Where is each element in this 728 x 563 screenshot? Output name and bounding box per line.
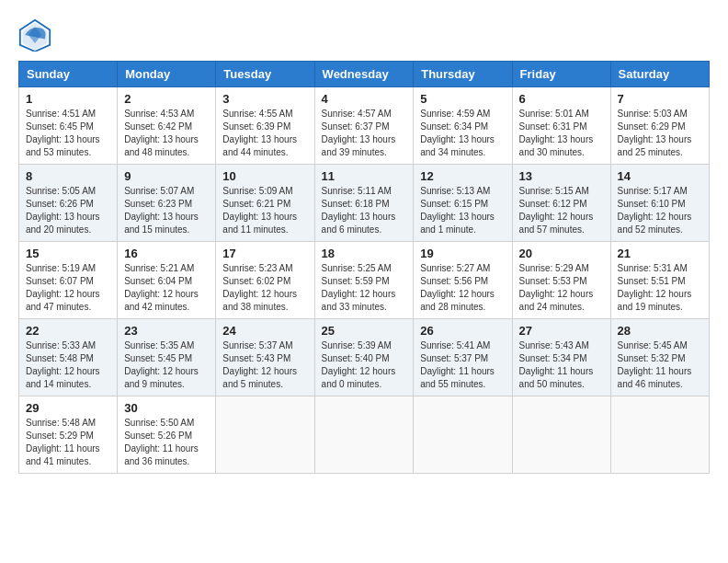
day-number: 22 <box>26 324 110 338</box>
day-number: 25 <box>322 324 407 338</box>
calendar-cell: 19Sunrise: 5:27 AMSunset: 5:56 PMDayligh… <box>414 242 512 319</box>
day-info: Sunrise: 5:21 AMSunset: 6:04 PMDaylight:… <box>124 263 199 312</box>
day-number: 20 <box>519 247 604 260</box>
calendar-cell: 23Sunrise: 5:35 AMSunset: 5:45 PMDayligh… <box>118 319 216 396</box>
day-number: 9 <box>124 169 209 183</box>
day-number: 19 <box>420 247 505 260</box>
day-info: Sunrise: 5:03 AMSunset: 6:29 PMDaylight:… <box>618 109 692 157</box>
weekday-header-row: SundayMondayTuesdayWednesdayThursdayFrid… <box>19 62 710 87</box>
day-number: 4 <box>322 92 407 106</box>
logo-icon <box>18 18 51 52</box>
day-number: 10 <box>222 169 307 183</box>
day-info: Sunrise: 5:13 AMSunset: 6:15 PMDaylight:… <box>420 186 495 235</box>
day-number: 17 <box>222 247 307 260</box>
day-number: 30 <box>124 401 209 415</box>
day-info: Sunrise: 5:15 AMSunset: 6:12 PMDaylight:… <box>519 186 594 235</box>
day-number: 3 <box>222 92 307 106</box>
day-info: Sunrise: 5:37 AMSunset: 5:43 PMDaylight:… <box>222 340 297 389</box>
calendar-week-row: 1Sunrise: 4:51 AMSunset: 6:45 PMDaylight… <box>19 87 710 165</box>
calendar-cell <box>314 396 414 474</box>
calendar-cell: 30Sunrise: 5:50 AMSunset: 5:26 PMDayligh… <box>118 396 216 474</box>
calendar-cell: 8Sunrise: 5:05 AMSunset: 6:26 PMDaylight… <box>19 165 118 242</box>
calendar-cell: 29Sunrise: 5:48 AMSunset: 5:29 PMDayligh… <box>19 396 118 474</box>
calendar-cell: 24Sunrise: 5:37 AMSunset: 5:43 PMDayligh… <box>216 319 314 396</box>
calendar-cell: 12Sunrise: 5:13 AMSunset: 6:15 PMDayligh… <box>414 165 512 242</box>
calendar-week-row: 15Sunrise: 5:19 AMSunset: 6:07 PMDayligh… <box>19 242 710 319</box>
day-number: 24 <box>222 324 307 338</box>
weekday-header: Wednesday <box>314 62 414 87</box>
calendar-week-row: 8Sunrise: 5:05 AMSunset: 6:26 PMDaylight… <box>19 165 710 242</box>
day-number: 6 <box>519 92 604 106</box>
day-number: 14 <box>618 169 702 183</box>
calendar-cell: 22Sunrise: 5:33 AMSunset: 5:48 PMDayligh… <box>19 319 118 396</box>
day-number: 29 <box>26 401 110 415</box>
calendar-cell: 16Sunrise: 5:21 AMSunset: 6:04 PMDayligh… <box>118 242 216 319</box>
page-header <box>18 18 710 52</box>
calendar-cell: 21Sunrise: 5:31 AMSunset: 5:51 PMDayligh… <box>610 242 709 319</box>
day-info: Sunrise: 5:11 AMSunset: 6:18 PMDaylight:… <box>322 186 396 235</box>
day-number: 13 <box>519 169 604 183</box>
weekday-header: Sunday <box>19 62 118 87</box>
day-info: Sunrise: 5:25 AMSunset: 5:59 PMDaylight:… <box>322 263 396 312</box>
day-number: 23 <box>124 324 209 338</box>
calendar-cell: 17Sunrise: 5:23 AMSunset: 6:02 PMDayligh… <box>216 242 314 319</box>
calendar-cell: 14Sunrise: 5:17 AMSunset: 6:10 PMDayligh… <box>610 165 709 242</box>
calendar-cell: 13Sunrise: 5:15 AMSunset: 6:12 PMDayligh… <box>512 165 610 242</box>
day-info: Sunrise: 4:51 AMSunset: 6:45 PMDaylight:… <box>26 109 100 157</box>
day-info: Sunrise: 4:55 AMSunset: 6:39 PMDaylight:… <box>222 109 297 157</box>
calendar-cell: 27Sunrise: 5:43 AMSunset: 5:34 PMDayligh… <box>512 319 610 396</box>
weekday-header: Saturday <box>610 62 709 87</box>
calendar-cell: 10Sunrise: 5:09 AMSunset: 6:21 PMDayligh… <box>216 165 314 242</box>
day-number: 11 <box>322 169 407 183</box>
calendar-cell: 4Sunrise: 4:57 AMSunset: 6:37 PMDaylight… <box>314 87 414 165</box>
day-number: 1 <box>26 92 110 106</box>
day-info: Sunrise: 5:07 AMSunset: 6:23 PMDaylight:… <box>124 186 199 235</box>
day-number: 15 <box>26 247 110 260</box>
day-info: Sunrise: 5:09 AMSunset: 6:21 PMDaylight:… <box>222 186 297 235</box>
calendar-cell: 11Sunrise: 5:11 AMSunset: 6:18 PMDayligh… <box>314 165 414 242</box>
calendar-cell: 6Sunrise: 5:01 AMSunset: 6:31 PMDaylight… <box>512 87 610 165</box>
calendar-week-row: 29Sunrise: 5:48 AMSunset: 5:29 PMDayligh… <box>19 396 710 474</box>
calendar-cell: 28Sunrise: 5:45 AMSunset: 5:32 PMDayligh… <box>610 319 709 396</box>
weekday-header: Thursday <box>414 62 512 87</box>
day-number: 2 <box>124 92 209 106</box>
day-info: Sunrise: 5:27 AMSunset: 5:56 PMDaylight:… <box>420 263 495 312</box>
day-info: Sunrise: 5:41 AMSunset: 5:37 PMDaylight:… <box>420 340 495 389</box>
day-info: Sunrise: 5:31 AMSunset: 5:51 PMDaylight:… <box>618 263 692 312</box>
calendar-cell: 26Sunrise: 5:41 AMSunset: 5:37 PMDayligh… <box>414 319 512 396</box>
day-info: Sunrise: 5:39 AMSunset: 5:40 PMDaylight:… <box>322 340 396 389</box>
day-info: Sunrise: 5:33 AMSunset: 5:48 PMDaylight:… <box>26 340 100 389</box>
day-number: 7 <box>618 92 702 106</box>
calendar-cell <box>610 396 709 474</box>
calendar-cell: 9Sunrise: 5:07 AMSunset: 6:23 PMDaylight… <box>118 165 216 242</box>
calendar-cell <box>216 396 314 474</box>
day-info: Sunrise: 5:43 AMSunset: 5:34 PMDaylight:… <box>519 340 594 389</box>
day-number: 28 <box>618 324 702 338</box>
weekday-header: Monday <box>118 62 216 87</box>
day-info: Sunrise: 5:05 AMSunset: 6:26 PMDaylight:… <box>26 186 100 235</box>
day-info: Sunrise: 5:50 AMSunset: 5:26 PMDaylight:… <box>124 418 199 466</box>
day-number: 26 <box>420 324 505 338</box>
day-info: Sunrise: 4:57 AMSunset: 6:37 PMDaylight:… <box>322 109 396 157</box>
calendar-cell: 2Sunrise: 4:53 AMSunset: 6:42 PMDaylight… <box>118 87 216 165</box>
day-info: Sunrise: 5:48 AMSunset: 5:29 PMDaylight:… <box>26 418 100 466</box>
calendar-cell: 18Sunrise: 5:25 AMSunset: 5:59 PMDayligh… <box>314 242 414 319</box>
weekday-header: Friday <box>512 62 610 87</box>
calendar-cell <box>512 396 610 474</box>
calendar-cell: 7Sunrise: 5:03 AMSunset: 6:29 PMDaylight… <box>610 87 709 165</box>
day-info: Sunrise: 5:01 AMSunset: 6:31 PMDaylight:… <box>519 109 594 157</box>
calendar-table: SundayMondayTuesdayWednesdayThursdayFrid… <box>18 61 710 474</box>
day-number: 16 <box>124 247 209 260</box>
weekday-header: Tuesday <box>216 62 314 87</box>
day-info: Sunrise: 5:17 AMSunset: 6:10 PMDaylight:… <box>618 186 692 235</box>
day-info: Sunrise: 4:59 AMSunset: 6:34 PMDaylight:… <box>420 109 495 157</box>
day-number: 5 <box>420 92 505 106</box>
calendar-cell <box>414 396 512 474</box>
day-number: 8 <box>26 169 110 183</box>
day-info: Sunrise: 5:45 AMSunset: 5:32 PMDaylight:… <box>618 340 692 389</box>
day-info: Sunrise: 5:19 AMSunset: 6:07 PMDaylight:… <box>26 263 100 312</box>
day-info: Sunrise: 5:35 AMSunset: 5:45 PMDaylight:… <box>124 340 199 389</box>
calendar-cell: 3Sunrise: 4:55 AMSunset: 6:39 PMDaylight… <box>216 87 314 165</box>
day-number: 12 <box>420 169 505 183</box>
day-number: 21 <box>618 247 702 260</box>
